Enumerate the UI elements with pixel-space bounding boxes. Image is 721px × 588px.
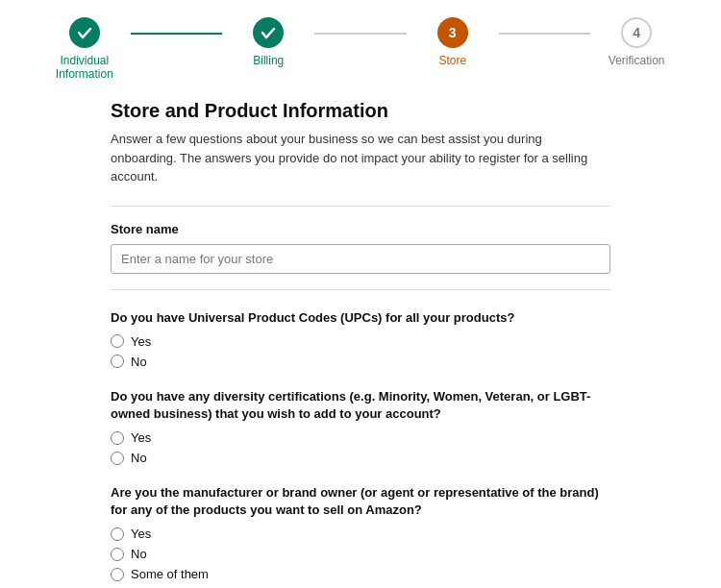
manufacturer-no-option[interactable]: No: [111, 547, 610, 561]
manufacturer-some-label: Some of them: [131, 567, 209, 581]
question-manufacturer-text: Are you the manufacturer or brand owner …: [111, 484, 610, 519]
diversity-no-label: No: [131, 451, 147, 465]
connector-3-4: [499, 33, 591, 35]
question-diversity-block: Do you have any diversity certifications…: [111, 388, 610, 465]
store-name-field: Store name: [111, 222, 610, 274]
connector-1-2: [131, 33, 223, 35]
manufacturer-yes-option[interactable]: Yes: [111, 527, 610, 541]
step-4-number: 4: [633, 25, 640, 40]
manufacturer-some-option[interactable]: Some of them: [111, 567, 610, 581]
progress-bar: Individual Information Billing 3 Store 4…: [0, 0, 721, 90]
upc-no-label: No: [131, 355, 147, 369]
question-manufacturer-block: Are you the manufacturer or brand owner …: [111, 484, 610, 581]
divider-top: [111, 206, 610, 207]
step-4-label: Verification: [609, 54, 665, 67]
step-2-label: Billing: [253, 54, 284, 67]
upc-yes-label: Yes: [131, 334, 151, 349]
upc-no-option[interactable]: No: [111, 355, 610, 369]
step-3-circle: 3: [437, 17, 468, 48]
question-upc-text: Do you have Universal Product Codes (UPC…: [111, 309, 610, 327]
step-verification: 4 Verification: [590, 17, 683, 67]
step-billing: Billing: [222, 17, 314, 67]
upc-yes-option[interactable]: Yes: [111, 334, 610, 349]
question-upc-block: Do you have Universal Product Codes (UPC…: [111, 309, 610, 369]
main-content: Store and Product Information Answer a f…: [91, 90, 630, 588]
step-1-circle: [69, 17, 100, 48]
diversity-yes-radio[interactable]: [111, 431, 124, 445]
diversity-yes-label: Yes: [131, 430, 151, 445]
diversity-yes-option[interactable]: Yes: [111, 430, 610, 445]
page-title: Store and Product Information: [111, 100, 610, 122]
manufacturer-yes-radio[interactable]: [111, 527, 124, 541]
step-individual-information: Individual Information: [38, 17, 131, 81]
store-name-input[interactable]: [111, 244, 610, 274]
divider-mid: [111, 289, 610, 290]
upc-yes-radio[interactable]: [111, 334, 124, 348]
diversity-no-option[interactable]: No: [111, 451, 610, 465]
checkmark-icon: [77, 25, 92, 40]
page-description: Answer a few questions about your busine…: [111, 130, 610, 186]
checkmark-icon-2: [261, 25, 276, 40]
step-4-circle: 4: [621, 17, 652, 48]
connector-2-3: [314, 33, 407, 35]
step-3-label: Store: [438, 54, 466, 67]
manufacturer-no-radio[interactable]: [111, 548, 124, 561]
diversity-no-radio[interactable]: [111, 452, 124, 465]
store-name-label: Store name: [111, 222, 610, 236]
manufacturer-some-radio[interactable]: [111, 568, 124, 581]
upc-no-radio[interactable]: [111, 355, 124, 368]
step-2-circle: [253, 17, 284, 48]
step-1-label: Individual Information: [38, 54, 131, 81]
question-diversity-text: Do you have any diversity certifications…: [111, 388, 610, 423]
step-store: 3 Store: [407, 17, 499, 67]
manufacturer-no-label: No: [131, 547, 147, 561]
step-3-number: 3: [449, 25, 457, 40]
manufacturer-yes-label: Yes: [131, 527, 151, 541]
